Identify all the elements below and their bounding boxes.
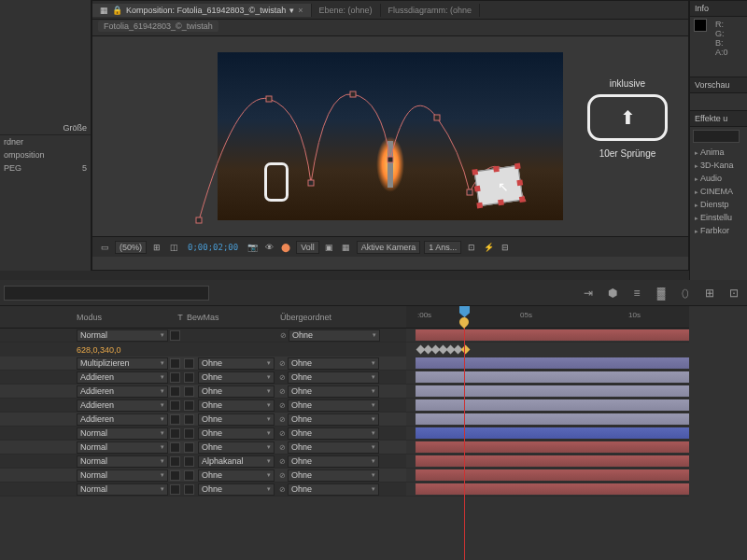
layer-bar[interactable] — [406, 399, 689, 413]
blend-mode-dropdown[interactable]: Normal — [77, 455, 168, 468]
trackmatte-dropdown[interactable]: Ohne — [198, 441, 275, 454]
resolution-dropdown[interactable]: Voll — [296, 241, 319, 254]
trackmatte-dropdown[interactable]: Ohne — [198, 483, 275, 496]
blend-mode-dropdown[interactable]: Normal — [77, 483, 168, 496]
matte-checkbox[interactable] — [184, 372, 194, 383]
snapshot-icon[interactable]: 📷 — [246, 241, 259, 254]
pixel-aspect-icon[interactable]: ⊡ — [465, 241, 478, 254]
timeline-icon[interactable]: ⊟ — [499, 241, 512, 254]
viewer[interactable]: ↖ inklusive 10er Sprünge — [92, 36, 688, 236]
camera-dropdown[interactable]: Aktive Kamera — [357, 241, 421, 254]
parent-dropdown[interactable]: Ohne — [288, 385, 379, 398]
parent-dropdown[interactable]: Ohne — [288, 455, 379, 468]
fast-preview-icon[interactable]: ⚡ — [482, 241, 495, 254]
trackmatte-dropdown[interactable]: Ohne — [198, 469, 275, 482]
trackmatte-dropdown[interactable]: Ohne — [198, 385, 275, 398]
effects-panel-header[interactable]: Effekte u — [690, 110, 747, 127]
current-time[interactable]: 0;00;02;00 — [184, 242, 242, 253]
tab-layer[interactable]: Ebene: (ohne) — [312, 4, 381, 17]
parent-dropdown[interactable]: Ohne — [288, 427, 379, 440]
trackmatte-dropdown[interactable]: Alphakanal — [198, 455, 275, 468]
tab-flowchart[interactable]: Flussdiagramm: (ohne — [381, 4, 481, 17]
pickwhip-icon[interactable]: ⊘ — [276, 471, 288, 480]
trackmatte-dropdown[interactable]: Ohne — [198, 413, 275, 426]
parent-dropdown[interactable]: Ohne — [288, 483, 379, 496]
pickwhip-icon[interactable]: ⊘ — [276, 401, 288, 410]
layer-bar[interactable] — [406, 385, 689, 399]
parent-dropdown[interactable]: Ohne — [288, 357, 379, 370]
effect-category[interactable]: CINEMA — [690, 185, 747, 198]
layer-row[interactable]: NormalOhne⊘Ohne — [0, 483, 406, 497]
time-ruler[interactable]: :00s 05s 10s — [406, 306, 689, 329]
layer-bar[interactable] — [406, 329, 689, 343]
project-item[interactable]: omposition — [0, 148, 91, 161]
effect-category[interactable]: Dienstp — [690, 198, 747, 211]
grid-icon[interactable]: ⊞ — [150, 241, 163, 254]
layer-row[interactable]: NormalOhne⊘Ohne — [0, 441, 406, 455]
col-bewmas[interactable]: BewMas — [187, 313, 280, 322]
pickwhip-icon[interactable]: ⊘ — [277, 331, 289, 340]
layer-bar[interactable] — [406, 455, 689, 469]
t-checkbox[interactable] — [170, 386, 180, 397]
parent-dropdown[interactable]: Ohne — [288, 371, 379, 384]
parent-dropdown[interactable]: Ohne — [288, 413, 379, 426]
project-item[interactable]: PEG5 — [0, 161, 91, 175]
views-dropdown[interactable]: 1 Ans... — [424, 241, 461, 254]
parent-dropdown[interactable]: Ohne — [288, 469, 379, 482]
tab-dropdown-icon[interactable]: ▾ — [289, 6, 294, 15]
tab-composition[interactable]: ▦ 🔒 Komposition: Fotolia_61942803_©_twis… — [92, 4, 312, 17]
matte-checkbox[interactable] — [184, 358, 194, 369]
blend-mode-dropdown[interactable]: Multiplizieren — [77, 357, 168, 370]
color-icon[interactable]: ⬤ — [279, 241, 292, 254]
t-checkbox[interactable] — [170, 428, 180, 439]
lock-icon[interactable]: 🔒 — [112, 6, 122, 15]
layer-bar[interactable] — [406, 469, 689, 483]
position-property[interactable]: 628,0,340,0 — [0, 343, 406, 357]
matte-checkbox[interactable] — [184, 428, 194, 439]
playhead[interactable] — [464, 308, 465, 560]
close-icon[interactable]: × — [298, 6, 303, 15]
viewer-frame[interactable]: ↖ — [218, 52, 563, 220]
t-checkbox[interactable] — [170, 358, 180, 369]
effect-category[interactable]: Audio — [690, 172, 747, 185]
roi-icon[interactable]: ▣ — [323, 241, 336, 254]
transparency-icon[interactable]: ▦ — [340, 241, 353, 254]
layer-row[interactable]: AddierenOhne⊘Ohne — [0, 399, 406, 413]
col-modus[interactable]: Modus — [77, 313, 174, 322]
blend-mode-dropdown[interactable]: Normal — [77, 427, 168, 440]
project-item[interactable]: rdner — [0, 135, 91, 148]
parent-dropdown[interactable]: Ohne — [288, 399, 379, 412]
layer-row[interactable]: AddierenOhne⊘Ohne — [0, 385, 406, 399]
matte-checkbox[interactable] — [184, 442, 194, 453]
matte-checkbox[interactable] — [184, 400, 194, 411]
layer-row[interactable]: AddierenOhne⊘Ohne — [0, 413, 406, 427]
parent-dropdown[interactable]: Ohne — [288, 441, 379, 454]
brain-icon[interactable]: ⬯ — [676, 284, 695, 302]
blend-mode-dropdown[interactable]: Normal — [77, 329, 168, 342]
trackmatte-dropdown[interactable]: Ohne — [198, 371, 275, 384]
effect-category[interactable]: Einstellu — [690, 211, 747, 224]
pickwhip-icon[interactable]: ⊘ — [276, 485, 288, 494]
t-checkbox[interactable] — [170, 330, 180, 341]
layer-bar[interactable] — [406, 413, 689, 427]
trackmatte-dropdown[interactable]: Ohne — [198, 427, 275, 440]
layer-row[interactable]: NormalAlphakanal⊘Ohne — [0, 455, 406, 469]
parent-dropdown[interactable]: Ohne — [289, 329, 380, 342]
layer-bar[interactable] — [406, 483, 689, 497]
blend-mode-dropdown[interactable]: Normal — [77, 469, 168, 482]
pickwhip-icon[interactable]: ⊘ — [276, 373, 288, 382]
graph-editor-icon[interactable]: ⊞ — [700, 284, 719, 302]
color-swatch[interactable] — [694, 19, 707, 32]
t-checkbox[interactable] — [170, 414, 180, 425]
zoom-dropdown[interactable]: (50%) — [115, 241, 147, 254]
blend-mode-dropdown[interactable]: Addieren — [77, 399, 168, 412]
effect-category[interactable]: Anima — [690, 146, 747, 159]
effect-category[interactable]: Farbkor — [690, 224, 747, 237]
blend-mode-dropdown[interactable]: Addieren — [77, 385, 168, 398]
t-checkbox[interactable] — [170, 470, 180, 481]
pickwhip-icon[interactable]: ⊘ — [276, 387, 288, 396]
timeline-search-input[interactable] — [4, 286, 209, 301]
layer-row[interactable]: NormalOhne⊘Ohne — [0, 469, 406, 483]
keyframe[interactable] — [461, 345, 471, 355]
layer-row[interactable]: AddierenOhne⊘Ohne — [0, 371, 406, 385]
